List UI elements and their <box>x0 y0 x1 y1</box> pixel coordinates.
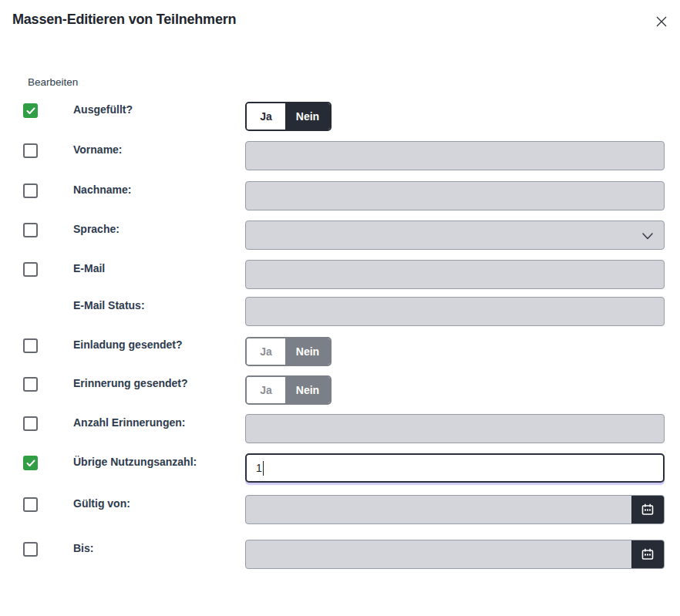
row-anzahl-erinnerungen: Anzahl Erinnerungen: <box>0 414 665 445</box>
uebrige-nutzungsanzahl-label: Übrige Nutzungsanzahl: <box>73 456 197 469</box>
gueltig-von-input[interactable] <box>246 496 631 523</box>
erinnerung-gesendet-toggle: Ja Nein <box>245 375 332 405</box>
email-label: E-Mail <box>73 262 105 275</box>
row-sprache: Sprache: <box>0 220 665 251</box>
row-uebrige-nutzungsanzahl: Übrige Nutzungsanzahl: 1 <box>0 453 665 484</box>
einladung-gesendet-label: Einladung gesendet? <box>73 338 183 352</box>
ausgefuellt-checkbox[interactable] <box>23 103 38 118</box>
row-ausgefuellt: Ausgefüllt? Ja Nein <box>0 101 665 132</box>
nachname-label: Nachname: <box>73 183 131 197</box>
erinnerung-nein-button: Nein <box>285 377 330 403</box>
bis-checkbox[interactable] <box>23 542 38 557</box>
email-status-input[interactable] <box>245 297 665 326</box>
row-bis: Bis: <box>0 540 665 571</box>
row-email: E-Mail <box>0 260 665 291</box>
einladung-gesendet-checkbox[interactable] <box>23 338 38 353</box>
calendar-icon <box>641 503 655 517</box>
einladung-ja-button: Ja <box>247 338 285 365</box>
erinnerung-gesendet-label: Erinnerung gesendet? <box>73 377 188 390</box>
row-gueltig-von: Gültig von: <box>0 495 665 526</box>
row-vorname: Vorname: <box>0 141 665 172</box>
close-button[interactable] <box>651 11 672 32</box>
vorname-label: Vorname: <box>73 143 123 157</box>
uebrige-nutzungsanzahl-checkbox[interactable] <box>23 456 38 470</box>
ausgefuellt-nein-button[interactable]: Nein <box>285 103 330 130</box>
close-icon <box>655 15 668 28</box>
text-caret <box>263 461 264 476</box>
row-einladung-gesendet: Einladung gesendet? Ja Nein <box>0 336 665 367</box>
sprache-label: Sprache: <box>73 223 120 236</box>
checkmark-icon <box>26 107 35 115</box>
ausgefuellt-ja-button[interactable]: Ja <box>247 103 285 130</box>
row-erinnerung-gesendet: Erinnerung gesendet? Ja Nein <box>0 375 665 406</box>
erinnerung-gesendet-checkbox[interactable] <box>23 377 38 392</box>
anzahl-erinnerungen-checkbox[interactable] <box>23 416 38 431</box>
mass-edit-dialog: Massen-Editieren von Teilnehmern Bearbei… <box>0 0 680 616</box>
bis-input[interactable] <box>246 540 631 568</box>
gueltig-von-checkbox[interactable] <box>23 497 38 512</box>
bis-label: Bis: <box>73 542 93 555</box>
einladung-nein-button: Nein <box>285 338 330 365</box>
checkmark-icon <box>26 459 35 467</box>
erinnerung-ja-button: Ja <box>247 377 285 403</box>
sprache-checkbox[interactable] <box>23 223 38 237</box>
gueltig-von-label: Gültig von: <box>73 497 130 510</box>
uebrige-nutzungsanzahl-input[interactable]: 1 <box>245 453 665 483</box>
dialog-title: Massen-Editieren von Teilnehmern <box>12 12 236 28</box>
row-email-status: E-Mail Status: <box>0 297 665 328</box>
email-checkbox[interactable] <box>23 262 38 277</box>
calendar-icon <box>641 547 655 561</box>
section-label: Bearbeiten <box>28 76 78 88</box>
nachname-input[interactable] <box>245 181 665 210</box>
bis-field <box>245 540 665 569</box>
ausgefuellt-toggle: Ja Nein <box>245 102 332 131</box>
anzahl-erinnerungen-input[interactable] <box>245 414 665 443</box>
anzahl-erinnerungen-label: Anzahl Erinnerungen: <box>73 416 185 429</box>
row-nachname: Nachname: <box>0 181 665 212</box>
bis-calendar-button[interactable] <box>631 540 664 568</box>
sprache-select[interactable] <box>245 220 665 250</box>
email-status-label: E-Mail Status: <box>73 299 145 312</box>
chevron-down-icon <box>642 233 653 240</box>
gueltig-von-field <box>245 495 665 524</box>
vorname-checkbox[interactable] <box>23 143 38 158</box>
einladung-gesendet-toggle: Ja Nein <box>245 337 332 366</box>
email-input[interactable] <box>245 260 665 289</box>
ausgefuellt-label: Ausgefüllt? <box>73 103 133 116</box>
input-value: 1 <box>256 462 262 474</box>
gueltig-von-calendar-button[interactable] <box>631 496 664 523</box>
nachname-checkbox[interactable] <box>23 183 38 198</box>
vorname-input[interactable] <box>245 141 665 170</box>
